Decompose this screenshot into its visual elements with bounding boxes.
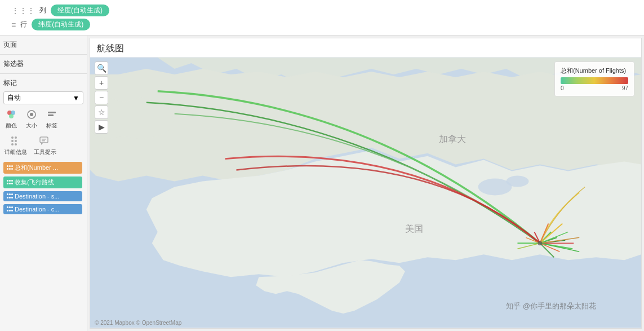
svg-point-22 (538, 241, 542, 245)
destination-s-pill[interactable]: Destination - s... (3, 191, 82, 201)
page-section: 页面 (0, 36, 87, 55)
marks-label: 标记 (3, 79, 17, 87)
svg-point-19 (506, 176, 528, 187)
map-legend: 总和(Number of Flights) 0 97 (554, 61, 634, 96)
svg-point-4 (30, 113, 33, 116)
pill-icon-2 (7, 180, 12, 186)
page-label: 页面 (3, 41, 17, 48)
legend-range: 0 97 (561, 85, 628, 91)
col-icon: ⋮⋮⋮ (11, 6, 35, 15)
main-content: 页面 筛选器 标记 自动 ▼ 颜色 (0, 36, 644, 331)
map-body[interactable]: 加拿大 美国 (90, 57, 641, 328)
filter-section: 筛选器 (0, 55, 87, 74)
pill-icon-1 (7, 165, 12, 171)
svg-point-12 (15, 143, 17, 145)
marks-type-dropdown[interactable]: 自动 ▼ (3, 91, 83, 104)
col-pill[interactable]: 经度(自动生成) (51, 5, 109, 16)
detail-btn[interactable]: 详细信息 (3, 134, 28, 157)
legend-max: 97 (622, 85, 628, 91)
svg-point-7 (11, 136, 14, 139)
svg-text:美国: 美国 (405, 224, 423, 233)
label-btn-label: 标签 (46, 122, 57, 130)
row-pill[interactable]: 纬度(自动生成) (32, 19, 90, 30)
svg-rect-6 (48, 114, 54, 116)
zoom-out-btn[interactable]: − (95, 91, 108, 104)
svg-text:加拿大: 加拿大 (439, 134, 466, 144)
marks-icons-row: 颜色 大小 标签 (3, 107, 83, 131)
destination-c-pill[interactable]: Destination - c... (3, 204, 82, 214)
color-mark-btn[interactable]: 颜色 (3, 107, 19, 131)
svg-rect-13 (40, 137, 48, 143)
legend-gradient (561, 77, 628, 84)
map-background: 加拿大 美国 (90, 57, 641, 328)
top-header: ⋮⋮⋮ 列 经度(自动生成) ≡ 行 纬度(自动生成) (0, 0, 644, 36)
map-svg: 加拿大 美国 (90, 57, 641, 328)
play-icon: ▶ (99, 122, 105, 131)
tooltip-icon (39, 135, 51, 147)
map-container: 航线图 (90, 38, 642, 329)
svg-point-8 (15, 136, 17, 139)
pin-btn[interactable]: ☆ (95, 105, 108, 119)
svg-point-2 (9, 114, 14, 118)
flight-routes-pill[interactable]: 收集(飞行路线 (3, 176, 82, 188)
svg-rect-16 (42, 140, 45, 142)
size-mark-btn[interactable]: 大小 (24, 107, 39, 131)
size-btn-label: 大小 (26, 122, 37, 130)
svg-point-10 (15, 140, 17, 142)
filter-label: 筛选器 (3, 60, 24, 68)
row-label: 行 (20, 20, 27, 29)
col-label: 列 (39, 6, 46, 15)
dimension-rows: ⋮⋮⋮ 列 经度(自动生成) ≡ 行 纬度(自动生成) (7, 2, 637, 33)
search-btn[interactable]: 🔍 (95, 61, 108, 75)
pill-icon-4 (7, 206, 12, 212)
number-flights-pill[interactable]: 总和(Number ... (3, 162, 82, 174)
data-pills-container: 总和(Number ... 收集(飞行路线 Destination - s...… (3, 161, 83, 214)
row-row: ≡ 行 纬度(自动生成) (11, 19, 633, 30)
details-row: 详细信息 工具提示 (3, 134, 83, 157)
map-controls: 🔍 + − ☆ ▶ (95, 61, 108, 134)
col-row: ⋮⋮⋮ 列 经度(自动生成) (11, 5, 633, 16)
map-copyright: © 2021 Mapbox © OpenStreetMap (95, 320, 181, 326)
map-watermark: 知乎 @你手里的那朵太阳花 (506, 301, 596, 311)
size-icon (25, 108, 38, 121)
dropdown-arrow-icon: ▼ (73, 94, 79, 102)
pill-icon-3 (7, 193, 12, 199)
svg-rect-15 (42, 139, 46, 140)
zoom-out-icon: − (99, 93, 104, 102)
search-icon: 🔍 (97, 64, 106, 73)
zoom-in-btn[interactable]: + (95, 76, 108, 90)
zoom-in-icon: + (99, 78, 104, 87)
detail-btn-label: 详细信息 (5, 148, 27, 156)
color-icon (5, 108, 17, 121)
detail-icon (10, 135, 22, 147)
tooltip-btn[interactable]: 工具提示 (33, 134, 57, 157)
tooltip-btn-label: 工具提示 (34, 148, 56, 156)
pin-icon: ☆ (98, 108, 105, 117)
marks-panel: 标记 自动 ▼ 颜色 大小 (0, 74, 87, 219)
label-mark-btn[interactable]: 标签 (44, 107, 60, 131)
svg-point-9 (11, 140, 14, 142)
left-panel: 页面 筛选器 标记 自动 ▼ 颜色 (0, 36, 87, 331)
play-btn[interactable]: ▶ (95, 120, 108, 134)
map-title: 航线图 (90, 38, 641, 57)
color-btn-label: 颜色 (6, 122, 17, 130)
svg-point-11 (11, 143, 14, 145)
label-icon (46, 108, 58, 121)
svg-rect-5 (48, 112, 56, 113)
row-icon: ≡ (11, 20, 16, 29)
legend-min: 0 (561, 85, 564, 91)
marks-type-value: 自动 (7, 93, 21, 103)
legend-title: 总和(Number of Flights) (561, 67, 628, 75)
